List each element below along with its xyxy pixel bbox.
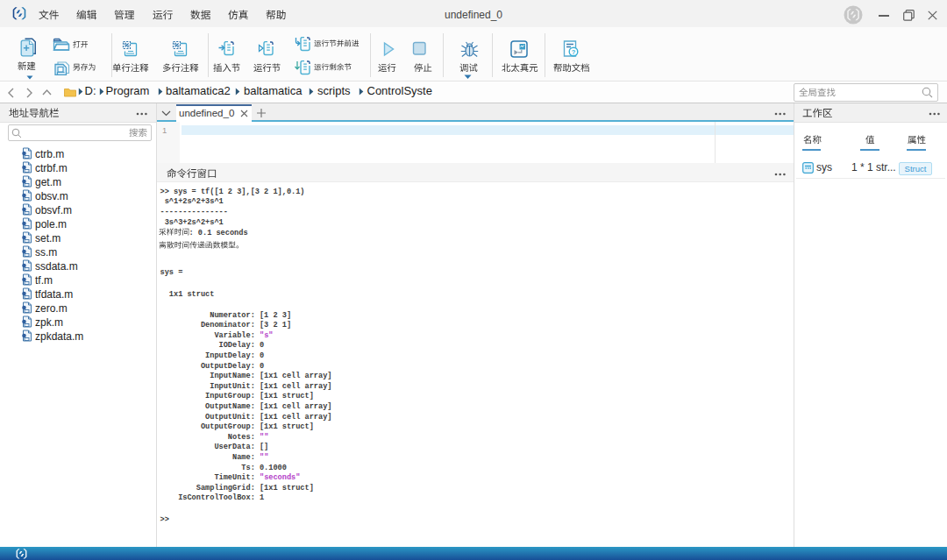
svg-text:?: ? <box>572 48 576 56</box>
